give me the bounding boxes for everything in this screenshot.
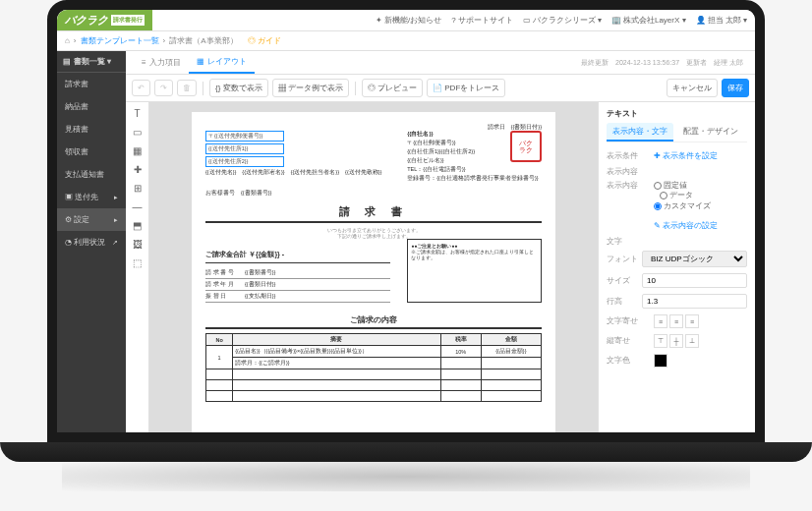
radio-data[interactable]: データ — [660, 191, 693, 200]
lh-label: 行高 — [607, 297, 638, 307]
doc-date: 請求日 {{書類日付}} — [205, 124, 542, 131]
company-seal: バクラク — [510, 131, 542, 162]
variable-display-button[interactable]: {} 変数で表示 — [209, 79, 268, 97]
sidebar-item-payment[interactable]: 支払通知書 — [57, 163, 126, 186]
topbar-news[interactable]: ✦新機能/お知らせ — [376, 15, 441, 26]
panel-tab-design[interactable]: 配置・デザイン — [677, 123, 744, 142]
valign-top-button[interactable]: ⊤ — [654, 334, 667, 348]
chevron-right-icon: ▸ — [114, 194, 118, 201]
sidebar-item-settings[interactable]: ⚙ 設定 ▸ — [57, 208, 126, 231]
doc-customer-no: お客様番号 {{書類番号}} — [205, 190, 542, 197]
doc-c-tel: TEL：{{自社電話番号}} — [407, 166, 542, 173]
topbar-support[interactable]: ?サポートサイト — [451, 15, 512, 26]
properties-panel: テキスト 表示内容・文字 配置・デザイン 表示条件 ✚ 表示条件を設定 表示内容… — [598, 102, 755, 432]
add-condition-link[interactable]: ✚ 表示条件を設定 — [654, 150, 747, 161]
doc-notebox: ●●ご注意とお願い●● ※ご請求金額は、お客様が指定された口座より引落しとなりま… — [407, 239, 542, 303]
topbar: バクラク 請求書発行 ✦新機能/お知らせ ?サポートサイト ▭バクラクシリーズ … — [57, 10, 755, 31]
sidebar-item-delivery[interactable]: 納品書 — [57, 95, 126, 118]
text-tool-icon[interactable]: T — [134, 108, 140, 119]
chart-icon: ◔ — [65, 238, 74, 247]
breadcrumb: ⌂ › 書類テンプレート一覧 › 請求書（A事業部） ◎ ガイド — [57, 31, 755, 51]
field-addr1[interactable]: {{送付先住所1}} — [205, 143, 284, 154]
help-icon: ? — [451, 16, 455, 25]
box-tool-icon[interactable]: ⬒ — [133, 220, 142, 231]
breadcrumb-templates[interactable]: 書類テンプレート一覧 — [81, 35, 159, 46]
laptop-base — [0, 442, 812, 462]
data-example-button[interactable]: ▦ データ例で表示 — [272, 79, 349, 97]
sidebar-item-quote[interactable]: 見積書 — [57, 118, 126, 141]
external-icon: ↗ — [112, 239, 118, 247]
valign-bottom-button[interactable]: ⊥ — [685, 334, 699, 348]
topbar-company[interactable]: 🏢株式会社LayerX ▾ — [611, 15, 686, 26]
preview-button[interactable]: ◎ プレビュー — [362, 79, 423, 97]
color-label: 文字色 — [607, 356, 650, 366]
sparkle-icon: ✦ — [376, 16, 382, 25]
cancel-button[interactable]: キャンセル — [667, 79, 718, 97]
pdf-trace-button[interactable]: 📄 PDFをトレース — [427, 79, 505, 97]
align-right-button[interactable]: ≡ — [685, 314, 699, 328]
line-tool-icon[interactable]: — — [133, 201, 143, 212]
home-icon[interactable]: ⌂ — [65, 36, 70, 45]
layout-icon: ▦ — [197, 57, 204, 66]
delete-button[interactable]: 🗑 — [177, 80, 197, 96]
radio-fixed[interactable]: 固定値 — [654, 181, 747, 191]
panel-title: テキスト — [607, 108, 747, 119]
document-preview[interactable]: 請求日 {{書類日付}} 〒{{送付先郵便番号}} {{送付先住所1}} {{送… — [192, 112, 555, 432]
send-icon: ▣ — [65, 193, 75, 201]
tab-input-fields[interactable]: ≡入力項目 — [134, 52, 189, 73]
align-label: 文字寄せ — [607, 316, 650, 326]
laptop-shadow — [62, 462, 750, 491]
font-label: フォント — [607, 255, 638, 264]
redo-button[interactable]: ↷ — [154, 80, 173, 96]
save-button[interactable]: 保存 — [722, 79, 749, 97]
doc-c-reg: 登録番号：{{自社適格請求書発行事業者登録番号}} — [407, 175, 542, 182]
field-recipient: {{送付先名}} {{送付先部署名}} {{送付先担当者名}} {{送付先敬称}… — [205, 169, 390, 176]
add-tool-icon[interactable]: ✚ — [134, 164, 142, 175]
radio-custom[interactable]: カスタマイズ — [654, 201, 747, 211]
canvas[interactable]: 請求日 {{書類日付}} 〒{{送付先郵便番号}} {{送付先住所1}} {{送… — [149, 102, 598, 432]
sidebar-item-usage[interactable]: ◔ 利用状況 ↗ — [57, 231, 126, 254]
size-input[interactable] — [642, 273, 747, 288]
doc-amount: ご請求金合計 ￥{{金額}} - — [205, 247, 390, 263]
logo-text: バクラク — [65, 13, 108, 28]
table-tool-icon[interactable]: ▦ — [133, 145, 142, 156]
guide-link[interactable]: ◎ ガイド — [248, 35, 281, 46]
chevron-right-icon: ▸ — [114, 216, 118, 224]
sidebar-header[interactable]: ▤ 書類一覧 ▾ — [57, 51, 126, 73]
color-swatch[interactable] — [654, 354, 667, 368]
content-label: 表示内容 — [607, 181, 650, 191]
doc-row-due: 振 替 日{{支払期日}} — [205, 291, 390, 303]
align-left-button[interactable]: ≡ — [654, 314, 667, 328]
doc-row-date: 請 求 年 月{{書類日付}} — [205, 279, 390, 291]
doc-table: No摘要税率金額 1{{品目名}}（{{品目備考}}×{{品目数量}}{{品目単… — [205, 333, 542, 402]
content-settings-link[interactable]: ✎ 表示内容の設定 — [654, 221, 718, 230]
topbar-user[interactable]: 👤担当 太郎 ▾ — [696, 15, 747, 26]
sidebar-item-invoice[interactable]: 請求書 — [57, 73, 126, 95]
font-select[interactable]: BIZ UDPゴシック — [642, 251, 747, 267]
element-tray: T ▭ ▦ ✚ ⊞ — ⬒ 🖼 ⬚ — [126, 102, 149, 432]
valign-middle-button[interactable]: ┼ — [669, 334, 683, 348]
content-tabs: ≡入力項目 ▦レイアウト 最終更新 2024-12-13 13:56:37 更新… — [126, 51, 755, 75]
align-center-button[interactable]: ≡ — [669, 314, 683, 328]
undo-button[interactable]: ↶ — [132, 80, 150, 96]
doc-row-no: 請 求 番 号{{書類番号}} — [205, 267, 390, 279]
sidebar-item-receipt[interactable]: 領収書 — [57, 141, 126, 163]
breadcrumb-current: 請求書（A事業部） — [169, 35, 237, 46]
toolbar: ↶ ↷ 🗑 {} 変数で表示 ▦ データ例で表示 ◎ プレビュー 📄 PDFをト… — [126, 75, 755, 102]
lineheight-input[interactable] — [642, 294, 747, 309]
gear-icon: ⚙ — [65, 215, 72, 224]
frame-tool-icon[interactable]: ⬚ — [133, 257, 142, 268]
last-updated: 最終更新 2024-12-13 13:56:37 更新者 経理 太郎 — [581, 58, 747, 68]
grid-tool-icon[interactable]: ⊞ — [134, 183, 142, 194]
doc-title: 請 求 書 — [205, 204, 542, 223]
tab-layout[interactable]: ▦レイアウト — [189, 51, 255, 74]
panel-tab-content[interactable]: 表示内容・文字 — [607, 123, 673, 142]
sidebar-item-recipient[interactable]: ▣ 送付先 ▸ — [57, 186, 126, 208]
field-addr2[interactable]: {{送付先住所2}} — [205, 156, 284, 167]
cond-label: 表示条件 — [607, 151, 650, 161]
field-postal[interactable]: 〒{{送付先郵便番号}} — [205, 131, 284, 142]
rect-tool-icon[interactable]: ▭ — [133, 127, 142, 138]
image-tool-icon[interactable]: 🖼 — [133, 239, 143, 250]
logo: バクラク 請求書発行 — [57, 10, 152, 30]
topbar-series[interactable]: ▭バクラクシリーズ ▾ — [523, 15, 602, 26]
